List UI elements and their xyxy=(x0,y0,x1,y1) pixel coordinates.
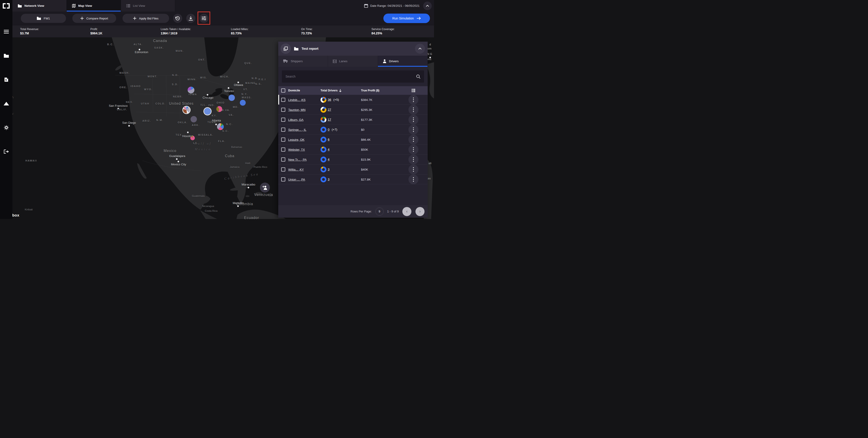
app-logo-icon[interactable] xyxy=(3,3,10,8)
row-menu-button[interactable] xyxy=(408,115,418,125)
table-row[interactable]: Union ... ,PA3$27.8K xyxy=(278,174,428,184)
domicile-link[interactable]: Taunton, MN xyxy=(288,108,306,112)
drivers-donut-chart[interactable] xyxy=(320,137,327,143)
row-menu-button[interactable] xyxy=(408,135,418,145)
column-settings-icon[interactable] xyxy=(399,89,428,92)
drivers-count-link[interactable]: 17 xyxy=(328,118,331,121)
download-button[interactable] xyxy=(186,14,195,23)
drivers-donut-chart[interactable] xyxy=(320,127,327,133)
history-button[interactable] xyxy=(173,14,182,23)
menu-icon[interactable] xyxy=(0,27,12,37)
collapse-panel-button[interactable] xyxy=(415,43,425,54)
pie-atlanta[interactable] xyxy=(217,123,224,130)
compare-report-button[interactable]: Compare Report xyxy=(72,14,116,23)
column-domicile[interactable]: Domicile xyxy=(288,89,320,92)
drivers-count-link[interactable]: 4 xyxy=(328,158,330,161)
invoice-icon[interactable]: $ xyxy=(0,75,12,85)
row-menu-button[interactable] xyxy=(408,174,418,184)
panel-tab-drivers[interactable]: Drivers xyxy=(378,56,428,67)
pie-houston[interactable] xyxy=(190,136,195,140)
drivers-count-link[interactable]: 27 xyxy=(328,108,331,111)
drivers-count-link[interactable]: 0 xyxy=(328,128,330,131)
domicile-link[interactable]: New Tr... , PA xyxy=(288,158,307,161)
row-menu-button[interactable] xyxy=(408,105,418,115)
table-row[interactable]: Lindsb... ,KS36(+5)$384.7K xyxy=(278,95,428,105)
add-driver-map-button[interactable] xyxy=(260,182,270,193)
table-row[interactable]: Lilburn, GA17$177.3K xyxy=(278,115,428,125)
drivers-donut-chart[interactable] xyxy=(320,147,327,152)
row-checkbox[interactable] xyxy=(281,118,285,122)
drivers-donut-chart[interactable] xyxy=(320,97,327,103)
tab-map-view[interactable]: Map View xyxy=(67,0,121,11)
row-checkbox[interactable] xyxy=(281,157,285,162)
duplicate-report-button[interactable] xyxy=(281,43,291,54)
row-menu-button[interactable] xyxy=(408,154,418,165)
pie-tennessee[interactable] xyxy=(204,108,211,115)
pie-new-jersey[interactable] xyxy=(240,100,246,106)
logout-icon[interactable] xyxy=(0,147,12,156)
domicile-link[interactable]: Lequire, OK xyxy=(288,138,305,141)
search-input[interactable] xyxy=(285,75,416,78)
pie-kentucky[interactable] xyxy=(216,106,222,112)
settings-adjust-button[interactable] xyxy=(199,14,209,23)
domicile-link[interactable]: Lindsb... ,KS xyxy=(288,98,306,101)
rows-per-page-select[interactable]: 9 xyxy=(375,207,383,215)
drivers-donut-chart[interactable] xyxy=(320,107,327,113)
table-row[interactable]: Webster, TX4$50K xyxy=(278,145,428,154)
drivers-count-link[interactable]: 6 xyxy=(328,138,330,141)
drivers-donut-chart[interactable] xyxy=(320,176,327,182)
date-range[interactable]: Date Range: 04/29/2021 - 06/05/2021 xyxy=(364,0,434,11)
row-checkbox[interactable] xyxy=(281,147,285,152)
drivers-donut-chart[interactable] xyxy=(320,156,327,163)
drivers-count-link[interactable]: 3 xyxy=(328,178,330,181)
row-menu-button[interactable] xyxy=(408,165,418,174)
sort-desc-icon[interactable] xyxy=(339,89,342,92)
domicile-link[interactable]: Webster, TX xyxy=(288,148,305,151)
pie-iowa[interactable] xyxy=(188,87,194,93)
drivers-count-link[interactable]: 3 xyxy=(328,168,330,171)
drivers-count-link[interactable]: 4 xyxy=(328,148,330,151)
domicile-link[interactable]: Union ... ,PA xyxy=(288,178,305,181)
table-row[interactable]: Willia... ,KY3$40K xyxy=(278,165,428,174)
column-total-drivers[interactable]: Total Drivers xyxy=(320,89,338,92)
triangle-up-icon[interactable] xyxy=(0,99,12,109)
row-checkbox[interactable] xyxy=(281,127,285,132)
drivers-donut-chart[interactable] xyxy=(320,167,327,172)
domicile-link[interactable]: Springe... , IL xyxy=(288,128,306,132)
pie-oklahoma[interactable] xyxy=(183,107,190,113)
tab-network-view[interactable]: Network View xyxy=(12,0,67,11)
run-simulation-button[interactable]: Run Simulation xyxy=(383,13,430,23)
select-all-checkbox[interactable] xyxy=(281,88,285,92)
row-menu-button[interactable] xyxy=(408,145,418,154)
previous-page-button[interactable]: ‹ xyxy=(402,207,411,216)
pie-pennsylvania[interactable] xyxy=(228,94,235,101)
apply-bid-files-button[interactable]: Apply Bid Files xyxy=(123,14,169,23)
pie-arkansas[interactable] xyxy=(191,116,197,122)
row-checkbox[interactable] xyxy=(281,168,285,172)
table-row[interactable]: Springe... , IL0(+7)$0 xyxy=(278,125,428,135)
sidebar: $ xyxy=(0,0,12,219)
row-checkbox[interactable] xyxy=(281,98,285,102)
column-true-profit[interactable]: True Profit ($) xyxy=(361,89,399,92)
gear-icon[interactable] xyxy=(0,123,12,133)
row-checkbox[interactable] xyxy=(281,108,285,112)
row-checkbox[interactable] xyxy=(281,177,285,181)
table-row[interactable]: New Tr... , PA4$15.9K xyxy=(278,154,428,165)
row-menu-button[interactable] xyxy=(408,95,418,105)
table-row[interactable]: Taunton, MN27$295.3K xyxy=(278,105,428,115)
table-row[interactable]: Lequire, OK6$66.4K xyxy=(278,135,428,145)
domicile-link[interactable]: Willia... ,KY xyxy=(288,168,304,171)
report-selector-button[interactable]: FW1 xyxy=(21,14,66,23)
tab-list-view[interactable]: List View xyxy=(121,0,175,11)
search-icon[interactable] xyxy=(416,75,421,79)
next-page-button[interactable]: › xyxy=(415,207,425,216)
folder-icon[interactable] xyxy=(0,51,12,61)
panel-tab-lanes[interactable]: Lanes xyxy=(328,56,378,67)
row-checkbox[interactable] xyxy=(281,138,285,142)
domicile-link[interactable]: Lilburn, GA xyxy=(288,118,304,121)
collapse-header-button[interactable] xyxy=(423,2,432,10)
drivers-donut-chart[interactable] xyxy=(320,117,327,123)
panel-tab-shippers[interactable]: Shippers xyxy=(278,56,328,67)
drivers-count-link[interactable]: 36 xyxy=(328,98,331,101)
row-menu-button[interactable] xyxy=(408,125,418,135)
